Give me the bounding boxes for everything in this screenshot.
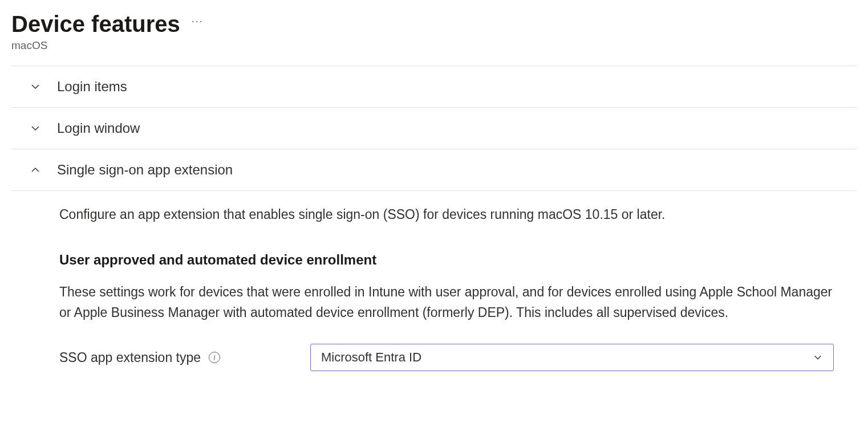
sso-title: Single sign-on app extension xyxy=(57,162,233,178)
page-title: Device features xyxy=(11,11,180,37)
login-items-title: Login items xyxy=(57,79,127,95)
sso-description: Configure an app extension that enables … xyxy=(59,205,834,225)
enrollment-text: These settings work for devices that wer… xyxy=(59,282,834,324)
login-window-title: Login window xyxy=(57,120,140,136)
login-window-panel-header[interactable]: Login window xyxy=(11,108,857,149)
info-icon[interactable]: i xyxy=(209,352,220,363)
sso-type-dropdown[interactable]: Microsoft Entra ID xyxy=(310,344,834,371)
chevron-down-icon xyxy=(30,81,41,92)
login-items-panel-header[interactable]: Login items xyxy=(11,66,857,107)
sso-panel-header[interactable]: Single sign-on app extension xyxy=(11,149,857,190)
sso-type-label: SSO app extension type xyxy=(59,350,201,365)
sso-panel-body: Configure an app extension that enables … xyxy=(11,191,857,385)
sso-type-value: Microsoft Entra ID xyxy=(321,350,421,365)
page-subtitle: macOS xyxy=(11,39,857,52)
enrollment-heading: User approved and automated device enrol… xyxy=(59,252,834,268)
more-menu-icon[interactable]: ··· xyxy=(192,15,204,33)
chevron-down-icon xyxy=(30,123,41,134)
chevron-up-icon xyxy=(30,164,41,176)
chevron-down-icon xyxy=(813,352,823,363)
